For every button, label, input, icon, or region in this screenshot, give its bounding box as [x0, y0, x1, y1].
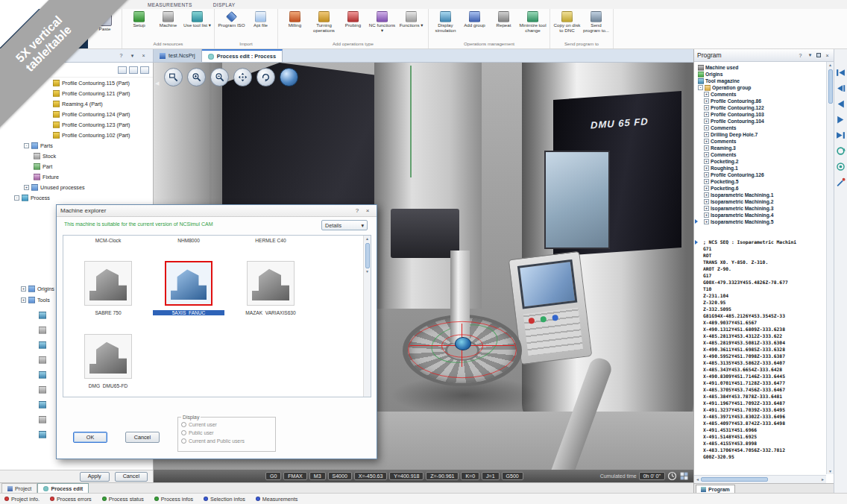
target-button[interactable]	[836, 161, 846, 171]
tree-item-process[interactable]: -Process	[0, 192, 153, 203]
detail-view-icon[interactable]	[129, 66, 138, 74]
grid-view-icon[interactable]	[140, 66, 149, 74]
play-button[interactable]	[836, 114, 846, 125]
program-operation-drilling-deep-hole-7-6[interactable]: +Drilling Deep Hole.7	[694, 131, 826, 138]
program-operation-isoparametric-machining-1-15[interactable]: +Isoparametric Machining.1	[694, 192, 826, 198]
program-operation-isoparametric-machining-5-19[interactable]: +Isoparametric Machining.5	[694, 218, 826, 225]
program-node-tool-magazine[interactable]: Tool magazine	[694, 78, 826, 84]
ribbon-tab-measurements[interactable]: MEASUREMENTS	[148, 2, 192, 7]
machine-thumb-mazak-variaxis630[interactable]	[247, 261, 295, 306]
program-operation-profile-contouring-103-3[interactable]: +Profile Contouring.103	[694, 111, 826, 118]
expand-icon[interactable]: +	[704, 219, 709, 224]
program-panel-header[interactable]: Program ? ▾ ×	[694, 49, 834, 62]
ok-button[interactable]: OK	[73, 432, 107, 443]
radio-current-user[interactable]: Current user	[181, 420, 272, 429]
ribbon-button-display-simulation[interactable]: Display simulation	[431, 10, 460, 41]
expand-icon[interactable]: +	[704, 125, 709, 130]
expand-icon[interactable]: +	[704, 199, 709, 204]
status-process-errors[interactable]: Process errors	[50, 496, 92, 503]
tree-item-reaming-4-part[interactable]: Reaming.4 (Part)	[0, 98, 153, 109]
skip-start-button[interactable]	[836, 67, 846, 78]
program-operation-profile-contouring-104-4[interactable]: +Profile Contouring.104	[694, 118, 826, 125]
collapse-icon[interactable]: -	[14, 195, 19, 201]
workspace-tab-project[interactable]: Project	[1, 483, 37, 493]
tree-item-tools[interactable]: +Tools	[21, 294, 54, 306]
play-backward-button[interactable]	[836, 98, 846, 109]
machine-thumb-dmg-dmu65-fd[interactable]	[84, 334, 132, 379]
program-operation-reaming-3-8[interactable]: +Reaming.3	[694, 145, 826, 151]
ribbon-button-minimize-tool-change[interactable]: Minimize tool change	[518, 10, 547, 41]
loop-button[interactable]	[836, 145, 846, 156]
program-operation-comments-0[interactable]: +Comments	[694, 91, 826, 98]
ribbon-button-turning-operations[interactable]: Turning operations	[309, 10, 339, 41]
view-sphere-button[interactable]	[280, 68, 298, 86]
ribbon-tab-display[interactable]: DISPLAY	[213, 2, 236, 7]
step-back-button[interactable]	[836, 83, 846, 93]
expand-icon[interactable]: +	[704, 98, 709, 104]
expand-icon[interactable]: +	[24, 185, 29, 190]
collapse-icon[interactable]: -	[698, 85, 703, 90]
ribbon-button-send-program-to[interactable]: Send program to...	[582, 10, 611, 41]
scroll-up-icon[interactable]: ▲	[828, 62, 832, 68]
dialog-cancel-button[interactable]: Cancel	[125, 432, 160, 443]
rotate-view-button[interactable]	[256, 68, 275, 86]
tree-item-profile-contouring-102-part[interactable]: Profile Contouring.102 (Part)	[0, 130, 153, 140]
status-project-info[interactable]: Project info.	[4, 496, 40, 503]
expand-icon[interactable]: +	[704, 192, 709, 198]
status-process-status[interactable]: Process status	[102, 496, 144, 503]
skip-end-button[interactable]	[836, 130, 846, 140]
expand-icon[interactable]: +	[704, 145, 709, 151]
program-operation-profile-contouring-86-1[interactable]: +Profile Contouring.86	[694, 98, 826, 104]
status-process-infos[interactable]: Process infos	[154, 496, 193, 503]
expand-icon[interactable]: +	[704, 105, 709, 110]
program-vertical-scrollbar[interactable]: ▲ ▼	[826, 62, 834, 474]
grid-icon-slot[interactable]	[679, 471, 689, 481]
machine-list-scrollbar[interactable]: ▲ ▼	[363, 236, 371, 397]
expand-icon[interactable]: +	[704, 139, 709, 144]
machine-name-nhm8000[interactable]: NHM8000	[153, 238, 224, 243]
scrollbar-thumb[interactable]	[701, 477, 768, 482]
expand-icon[interactable]: +	[704, 172, 709, 177]
zoom-out-button[interactable]	[210, 68, 229, 86]
dialog-help-icon[interactable]: ?	[352, 207, 362, 214]
expand-icon[interactable]: +	[704, 206, 709, 211]
program-operation-comments-5[interactable]: +Comments	[694, 125, 826, 131]
ribbon-button-copy-on-disk-to-dnc[interactable]: Copy on disk to DNC	[552, 10, 582, 41]
help-icon[interactable]: ?	[118, 53, 125, 58]
document-tab-test-ncsprj[interactable]: test.NcsPrj	[154, 49, 202, 62]
ribbon-button-functions[interactable]: Functions ▾	[397, 10, 426, 41]
panel-menu-icon[interactable]: ▾	[129, 53, 136, 59]
program-operation-roughing-1-11[interactable]: +Roughing.1	[694, 165, 826, 171]
ribbon-button-program-iso[interactable]: Program ISO	[217, 10, 246, 41]
ribbon-button-probing[interactable]: Probing	[339, 10, 368, 41]
pan-button[interactable]	[233, 68, 252, 86]
status-selection-infos[interactable]: Selection infos	[204, 496, 245, 503]
dialog-titlebar[interactable]: Machine explorer ? ×	[57, 205, 377, 217]
expand-icon[interactable]: +	[704, 92, 709, 97]
expand-icon[interactable]: +	[704, 166, 709, 171]
machine-thumb-sabre-750[interactable]	[84, 261, 132, 306]
machine-name-sabre-750[interactable]: SABRE 750	[72, 310, 144, 315]
expand-icon[interactable]: +	[704, 112, 709, 117]
tree-item-unused-processes[interactable]: +Unused processes	[0, 182, 153, 192]
expand-icon[interactable]: +	[704, 132, 709, 137]
tree-item-stock[interactable]: Stock	[0, 151, 153, 161]
details-dropdown[interactable]: Details ▾	[321, 220, 368, 230]
program-operation-pocketing-5-13[interactable]: +Pocketing.5	[694, 178, 826, 185]
radio-public-user[interactable]: Public user	[181, 429, 272, 437]
ribbon-button-apt-file[interactable]: Apt file	[246, 10, 275, 41]
program-operation-comments-9[interactable]: +Comments	[694, 151, 826, 158]
machine-name-mazak-variaxis630[interactable]: MAZAK_VARIAXIS630	[235, 310, 306, 315]
collapse-panel-icon[interactable]: ◀	[155, 81, 159, 86]
tree-item-origins[interactable]: +Origins	[21, 283, 54, 294]
zoom-in-button[interactable]	[187, 68, 206, 86]
expand-icon[interactable]: +	[704, 186, 709, 191]
scroll-right-icon[interactable]: ►	[819, 477, 826, 482]
expand-icon[interactable]: +	[704, 152, 709, 157]
ribbon-button-use-tool-list[interactable]: Use tool list ▾	[183, 10, 212, 41]
radio-current-and-public-users[interactable]: Current and Public users	[181, 437, 272, 445]
tree-item-profile-contouring-123-part[interactable]: Profile Contouring.123 (Part)	[0, 119, 153, 130]
program-operation-isoparametric-machining-3-17[interactable]: +Isoparametric Machining.3	[694, 205, 826, 212]
panel-pin-icon[interactable]	[816, 53, 821, 57]
paste-button[interactable]: Paste	[90, 10, 119, 41]
